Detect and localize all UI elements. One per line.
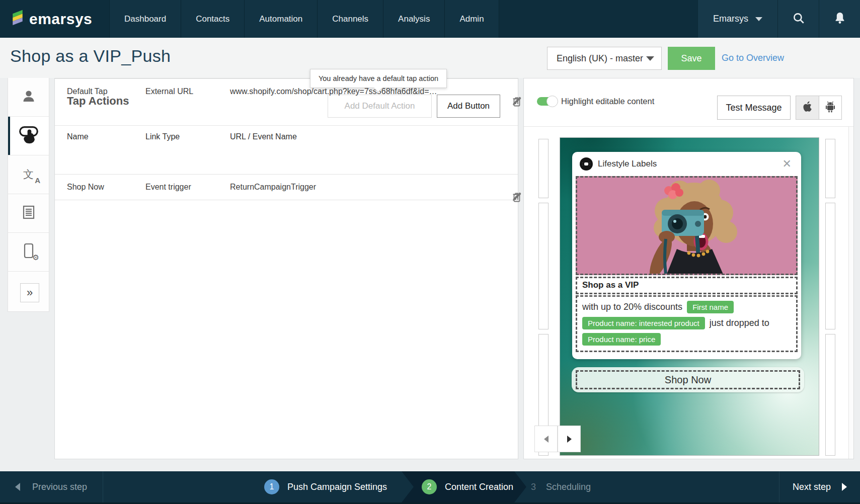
notification-app-name: Lifestyle Labels — [598, 159, 775, 169]
sidebar-item-contacts[interactable] — [8, 78, 49, 117]
body-text: just dropped to — [710, 318, 769, 328]
trash-icon — [512, 191, 522, 202]
tap-actions-panel: Tap Actions Add Default Action Add Butto… — [54, 78, 518, 459]
preview-pager — [534, 426, 581, 452]
step-number-badge: 1 — [264, 479, 279, 494]
cell-url: www.shopify.com/shop/cart.php?key=7ss568… — [230, 87, 437, 96]
table-row-shop-now: Shop Now Event trigger ReturnCampaignTri… — [55, 174, 518, 200]
phone-screen: Lifestyle Labels ✕ — [560, 137, 819, 456]
platform-android-button[interactable] — [819, 96, 842, 119]
sidebar-item-device-settings[interactable]: ⚙ — [8, 233, 49, 272]
arrow-right-icon — [567, 436, 572, 443]
nav-utilities: Emarsys — [697, 0, 860, 38]
personalization-token-price[interactable]: Product name: price — [582, 333, 661, 346]
column-header-url: URL / Event Name — [230, 132, 297, 141]
column-header-link-type: Link Type — [145, 132, 180, 141]
nav-item-channels[interactable]: Channels — [317, 0, 383, 38]
arrow-left-icon — [15, 483, 20, 491]
column-header-name: Name — [67, 132, 89, 141]
document-icon — [22, 205, 36, 222]
chevron-down-icon — [755, 17, 762, 21]
table-row-default-tap: Default Tap External URL www.shopify.com… — [55, 78, 518, 105]
toggle-knob — [546, 96, 558, 107]
notification-body-editable[interactable]: with up to 20% discounts First name Prod… — [576, 295, 798, 352]
nav-item-contacts[interactable]: Contacts — [181, 0, 244, 38]
delete-button[interactable] — [511, 191, 523, 203]
arrow-right-icon — [842, 483, 847, 491]
save-button[interactable]: Save — [668, 47, 715, 70]
sidebar-item-translations[interactable]: 文A — [8, 155, 49, 194]
chevron-down-icon — [646, 56, 654, 61]
emarsys-app-window: emarsys Dashboard Contacts Automation Ch… — [0, 0, 860, 504]
push-notification-card: Lifestyle Labels ✕ — [572, 152, 801, 359]
primary-nav: Dashboard Contacts Automation Channels A… — [109, 0, 499, 38]
emarsys-logo[interactable]: emarsys — [0, 0, 101, 38]
account-menu[interactable]: Emarsys — [697, 0, 777, 38]
shop-now-button-editable[interactable]: Shop Now — [572, 367, 804, 392]
previous-preview-button[interactable] — [534, 426, 558, 452]
body-text: with up to 20% discounts — [582, 302, 682, 312]
android-icon — [824, 100, 836, 115]
person-icon — [21, 89, 36, 106]
cell-link-type: Event trigger — [145, 183, 191, 192]
cell-url: ReturnCampaignTrigger — [230, 183, 316, 192]
search-button[interactable] — [777, 0, 819, 38]
message-preview-panel: Highlight editable content Test Message — [523, 78, 854, 459]
translate-icon: 文A — [23, 167, 34, 182]
highlight-editable-label: Highlight editable content — [561, 97, 654, 106]
shop-now-label: Shop Now — [572, 367, 804, 392]
tap-action-icon — [17, 123, 41, 149]
previous-step-button[interactable]: Previous step — [0, 471, 103, 502]
notifications-button[interactable] — [819, 0, 860, 38]
personalization-token-interested-product[interactable]: Product name: interested product — [582, 317, 705, 329]
default-action-tooltip: You already have a default tap action — [310, 69, 447, 88]
notification-image-editable[interactable] — [576, 176, 798, 275]
bell-icon — [834, 12, 846, 27]
divider — [524, 126, 853, 127]
cell-name: Default Tap — [67, 87, 108, 96]
search-icon — [792, 12, 805, 27]
sidebar-item-content[interactable] — [8, 194, 49, 233]
sidebar-item-tap-actions[interactable] — [8, 117, 49, 155]
platform-ios-button[interactable] — [796, 96, 819, 119]
gear-icon: ⚙ — [33, 254, 39, 261]
tap-actions-table-header: Name Link Type URL / Event Name — [55, 126, 518, 148]
step-content-creation[interactable]: 2 Content Creation — [422, 471, 513, 502]
left-icon-sidebar: 文A ⚙ » — [8, 78, 49, 312]
nav-item-dashboard[interactable]: Dashboard — [109, 0, 181, 38]
scrollbar-track[interactable] — [848, 127, 853, 459]
go-to-overview-link[interactable]: Go to Overview — [722, 53, 784, 63]
nav-item-analysis[interactable]: Analysis — [383, 0, 444, 38]
next-preview-button[interactable] — [558, 426, 581, 452]
language-selector[interactable]: English (UK) - master — [547, 47, 662, 70]
step-scheduling[interactable]: 3 Scheduling — [531, 471, 591, 502]
highlight-editable-toggle[interactable] — [537, 97, 556, 106]
notification-title: Shop as a VIP — [582, 280, 639, 290]
step-push-campaign-settings[interactable]: 1 Push Campaign Settings — [264, 471, 387, 502]
step-number-badge: 2 — [422, 479, 437, 494]
close-icon[interactable]: ✕ — [780, 157, 794, 171]
delete-button[interactable] — [511, 95, 523, 107]
apple-icon — [802, 100, 813, 115]
next-step-button[interactable]: Next step — [779, 471, 860, 502]
double-chevron-right-icon: » — [27, 286, 33, 299]
nav-item-admin[interactable]: Admin — [444, 0, 499, 38]
sidebar-expand-button[interactable]: » — [20, 283, 39, 302]
phone-right-rail — [825, 139, 835, 456]
notification-title-editable[interactable]: Shop as a VIP — [576, 277, 798, 294]
arrow-left-icon — [544, 436, 549, 443]
brand-wordmark: emarsys — [29, 11, 92, 28]
page-title: Shop as a VIP_Push — [10, 46, 171, 66]
cell-link-type: External URL — [145, 87, 193, 96]
personalization-token-first-name[interactable]: First name — [687, 301, 734, 313]
woman-with-camera-image — [577, 178, 798, 274]
top-navigation: emarsys Dashboard Contacts Automation Ch… — [0, 0, 860, 38]
cell-name: Shop Now — [67, 183, 104, 192]
platform-switcher — [796, 96, 842, 120]
test-message-button[interactable]: Test Message — [717, 96, 791, 120]
nav-item-automation[interactable]: Automation — [244, 0, 317, 38]
phone-left-rail — [538, 139, 549, 456]
account-label: Emarsys — [713, 14, 748, 24]
trash-icon — [512, 96, 522, 107]
emarsys-logo-icon — [11, 9, 24, 29]
